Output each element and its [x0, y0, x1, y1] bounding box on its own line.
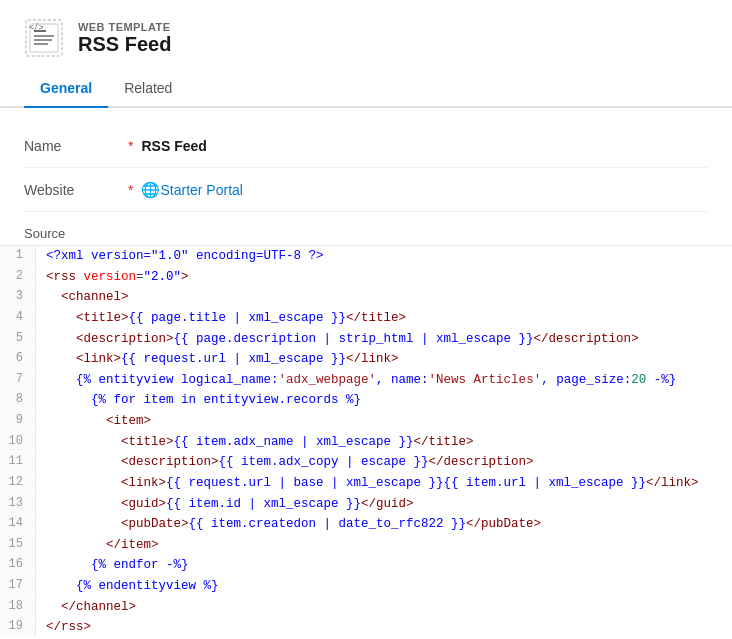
name-required: *	[128, 138, 133, 154]
line-number: 4	[0, 308, 36, 328]
line-content: {% entityview logical_name:'adx_webpage'…	[36, 370, 732, 391]
line-content: {% for item in entityview.records %}	[36, 390, 732, 411]
website-label: Website	[24, 182, 124, 198]
line-number: 10	[0, 432, 36, 452]
table-row: 14 <pubDate>{{ item.createdon | date_to_…	[0, 514, 732, 535]
line-content: </rss>	[36, 617, 732, 638]
line-content: {% endentityview %}	[36, 576, 732, 597]
table-row: 8 {% for item in entityview.records %}	[0, 390, 732, 411]
line-number: 17	[0, 576, 36, 596]
line-number: 1	[0, 246, 36, 266]
line-content: <link>{{ request.url | xml_escape }}</li…	[36, 349, 732, 370]
line-number: 5	[0, 329, 36, 349]
name-value: RSS Feed	[141, 138, 206, 154]
line-content: <rss version="2.0">	[36, 267, 732, 288]
header-text: WEB TEMPLATE RSS Feed	[78, 21, 171, 56]
line-content: <description>{{ item.adx_copy | escape }…	[36, 452, 732, 473]
line-content: <channel>	[36, 287, 732, 308]
line-number: 8	[0, 390, 36, 410]
table-row: 13 <guid>{{ item.id | xml_escape }}</gui…	[0, 494, 732, 515]
table-row: 18 </channel>	[0, 597, 732, 618]
line-content: <title>{{ page.title | xml_escape }}</ti…	[36, 308, 732, 329]
table-row: 5 <description>{{ page.description | str…	[0, 329, 732, 350]
table-row: 7 {% entityview logical_name:'adx_webpag…	[0, 370, 732, 391]
line-number: 18	[0, 597, 36, 617]
line-number: 14	[0, 514, 36, 534]
website-required: *	[128, 182, 133, 198]
table-row: 4 <title>{{ page.title | xml_escape }}</…	[0, 308, 732, 329]
form-section: Name * RSS Feed Website * 🌐 Starter Port…	[0, 108, 732, 212]
table-row: 1<?xml version="1.0" encoding=UTF-8 ?>	[0, 246, 732, 267]
line-number: 7	[0, 370, 36, 390]
line-number: 15	[0, 535, 36, 555]
table-row: 19</rss>	[0, 617, 732, 638]
table-row: 17 {% endentityview %}	[0, 576, 732, 597]
line-content: <pubDate>{{ item.createdon | date_to_rfc…	[36, 514, 732, 535]
line-content: <item>	[36, 411, 732, 432]
table-row: 6 <link>{{ request.url | xml_escape }}</…	[0, 349, 732, 370]
line-content: <link>{{ request.url | base | xml_escape…	[36, 473, 732, 494]
table-row: 11 <description>{{ item.adx_copy | escap…	[0, 452, 732, 473]
line-number: 6	[0, 349, 36, 369]
line-content: </item>	[36, 535, 732, 556]
name-field-row: Name * RSS Feed	[24, 124, 708, 168]
table-row: 15 </item>	[0, 535, 732, 556]
tab-general[interactable]: General	[24, 70, 108, 108]
line-content: <?xml version="1.0" encoding=UTF-8 ?>	[36, 246, 732, 267]
line-number: 11	[0, 452, 36, 472]
table-row: 10 <title>{{ item.adx_name | xml_escape …	[0, 432, 732, 453]
line-number: 19	[0, 617, 36, 637]
header-title: RSS Feed	[78, 33, 171, 56]
line-number: 3	[0, 287, 36, 307]
line-content: <title>{{ item.adx_name | xml_escape }}<…	[36, 432, 732, 453]
svg-text:</>: </>	[29, 23, 44, 32]
header-subtitle: WEB TEMPLATE	[78, 21, 171, 33]
line-number: 12	[0, 473, 36, 493]
table-row: 3 <channel>	[0, 287, 732, 308]
table-row: 2<rss version="2.0">	[0, 267, 732, 288]
table-row: 9 <item>	[0, 411, 732, 432]
line-content: <description>{{ page.description | strip…	[36, 329, 732, 350]
line-content: </channel>	[36, 597, 732, 618]
web-template-icon: </>	[24, 18, 64, 58]
table-row: 12 <link>{{ request.url | base | xml_esc…	[0, 473, 732, 494]
line-number: 9	[0, 411, 36, 431]
line-number: 13	[0, 494, 36, 514]
line-content: {% endfor -%}	[36, 555, 732, 576]
line-number: 16	[0, 555, 36, 575]
table-row: 16 {% endfor -%}	[0, 555, 732, 576]
page-header: </> WEB TEMPLATE RSS Feed	[0, 0, 732, 70]
name-label: Name	[24, 138, 124, 154]
website-field-row: Website * 🌐 Starter Portal	[24, 168, 708, 212]
globe-icon: 🌐	[141, 181, 160, 199]
line-content: <guid>{{ item.id | xml_escape }}</guid>	[36, 494, 732, 515]
tab-bar: General Related	[0, 70, 732, 108]
website-link[interactable]: Starter Portal	[160, 182, 242, 198]
code-editor: 1<?xml version="1.0" encoding=UTF-8 ?>2<…	[0, 245, 732, 638]
tab-related[interactable]: Related	[108, 70, 188, 108]
line-number: 2	[0, 267, 36, 287]
source-section-label: Source	[0, 212, 732, 245]
